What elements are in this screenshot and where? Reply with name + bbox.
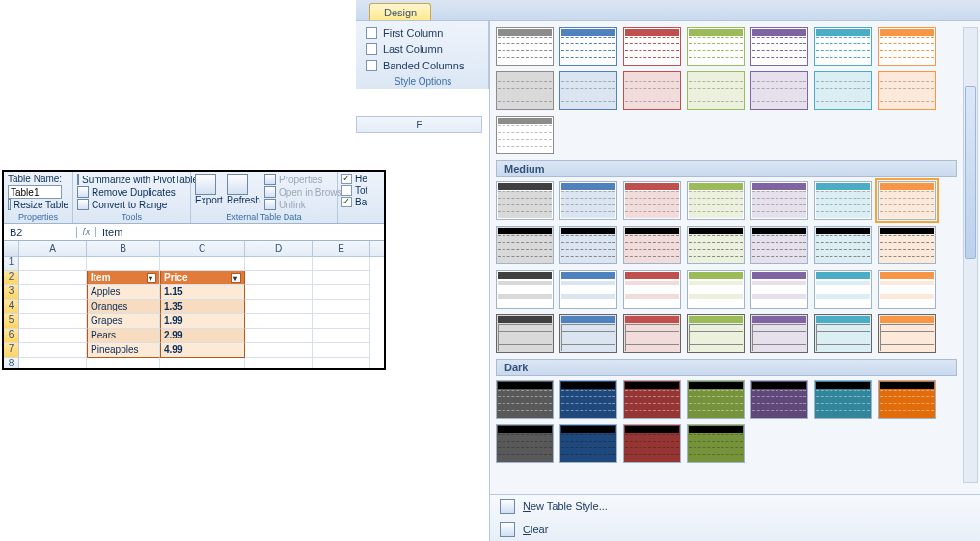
table-style-swatch[interactable] bbox=[878, 181, 936, 220]
cell[interactable] bbox=[313, 329, 370, 343]
table-style-swatch[interactable] bbox=[496, 116, 554, 154]
table-style-swatch[interactable] bbox=[814, 226, 872, 264]
cell[interactable] bbox=[313, 257, 370, 271]
header-row-checkbox[interactable] bbox=[341, 174, 352, 184]
table-style-swatch[interactable] bbox=[878, 71, 936, 110]
row-header[interactable]: 5 bbox=[4, 314, 19, 329]
table-style-swatch[interactable] bbox=[496, 270, 554, 309]
cell[interactable]: Pineapples bbox=[87, 343, 160, 358]
cell[interactable] bbox=[245, 329, 313, 343]
table-style-swatch[interactable] bbox=[623, 270, 681, 309]
table-style-swatch[interactable] bbox=[814, 380, 872, 419]
table-style-swatch[interactable] bbox=[878, 314, 936, 353]
name-box[interactable]: B2 bbox=[4, 227, 77, 238]
table-style-swatch[interactable] bbox=[623, 380, 681, 419]
cell[interactable] bbox=[313, 358, 370, 370]
cell[interactable] bbox=[19, 314, 87, 329]
resize-table-button[interactable]: Resize Table bbox=[14, 200, 68, 210]
table-style-swatch[interactable] bbox=[878, 226, 936, 264]
column-header[interactable]: B bbox=[87, 241, 160, 256]
table-style-swatch[interactable] bbox=[559, 380, 617, 419]
table-style-swatch[interactable] bbox=[559, 314, 617, 353]
banded-columns-checkbox[interactable] bbox=[366, 60, 377, 71]
cell[interactable] bbox=[87, 358, 160, 370]
table-style-swatch[interactable] bbox=[878, 380, 936, 419]
cell[interactable] bbox=[245, 358, 313, 370]
table-style-swatch[interactable] bbox=[559, 270, 617, 309]
cell[interactable] bbox=[245, 285, 313, 300]
table-style-swatch[interactable] bbox=[878, 27, 936, 66]
cell[interactable]: Price bbox=[160, 271, 245, 285]
gallery-scroll-thumb[interactable] bbox=[965, 86, 976, 259]
column-header[interactable]: A bbox=[19, 241, 87, 256]
new-table-style-button[interactable]: New Table Style... bbox=[490, 495, 980, 518]
table-style-swatch[interactable] bbox=[750, 27, 808, 66]
row-header[interactable]: 8 bbox=[4, 358, 19, 370]
table-style-swatch[interactable] bbox=[687, 314, 745, 353]
first-column-checkbox[interactable] bbox=[366, 27, 377, 39]
export-button[interactable]: Export bbox=[195, 195, 223, 205]
table-style-swatch[interactable] bbox=[687, 226, 745, 264]
cell[interactable]: 2.99 bbox=[160, 329, 245, 343]
table-style-swatch[interactable] bbox=[687, 270, 745, 309]
table-style-swatch[interactable] bbox=[687, 181, 745, 220]
filter-dropdown-icon[interactable] bbox=[231, 273, 241, 283]
cell[interactable]: Oranges bbox=[87, 300, 160, 314]
refresh-button[interactable]: Refresh bbox=[227, 195, 260, 205]
table-style-swatch[interactable] bbox=[559, 27, 617, 66]
cell[interactable]: Grapes bbox=[87, 314, 160, 329]
formula-value[interactable]: Item bbox=[96, 227, 128, 238]
table-style-swatch[interactable] bbox=[687, 424, 745, 463]
table-style-swatch[interactable] bbox=[814, 27, 872, 66]
cell[interactable] bbox=[313, 271, 370, 285]
summarize-pivot-button[interactable]: Summarize with PivotTable bbox=[82, 175, 198, 185]
table-style-swatch[interactable] bbox=[814, 181, 872, 220]
table-style-swatch[interactable] bbox=[559, 71, 617, 110]
table-style-swatch[interactable] bbox=[623, 71, 681, 110]
table-style-swatch[interactable] bbox=[814, 270, 872, 309]
table-style-swatch[interactable] bbox=[750, 270, 808, 309]
column-header[interactable]: D bbox=[245, 241, 313, 256]
row-header[interactable]: 4 bbox=[4, 300, 19, 314]
cell[interactable]: Item bbox=[87, 271, 160, 285]
cell[interactable]: 4.99 bbox=[160, 343, 245, 358]
cell[interactable] bbox=[19, 285, 87, 300]
remove-duplicates-button[interactable]: Remove Duplicates bbox=[92, 187, 176, 198]
table-style-swatch[interactable] bbox=[496, 226, 554, 264]
table-style-swatch[interactable] bbox=[559, 226, 617, 264]
cell[interactable] bbox=[160, 257, 245, 271]
column-header[interactable]: C bbox=[160, 241, 245, 256]
row-header[interactable]: 3 bbox=[4, 285, 19, 300]
table-style-swatch[interactable] bbox=[814, 71, 872, 110]
column-header-f[interactable]: F bbox=[356, 116, 482, 133]
cell[interactable] bbox=[19, 300, 87, 314]
cell[interactable] bbox=[19, 329, 87, 343]
table-style-swatch[interactable] bbox=[559, 181, 617, 220]
total-row-checkbox[interactable] bbox=[341, 185, 352, 196]
banded-rows-checkbox[interactable] bbox=[341, 197, 352, 207]
table-style-swatch[interactable] bbox=[496, 71, 554, 110]
table-style-swatch[interactable] bbox=[687, 380, 745, 419]
cell[interactable]: Apples bbox=[87, 285, 160, 300]
select-all-corner[interactable] bbox=[4, 241, 19, 256]
cell[interactable] bbox=[19, 257, 87, 271]
table-style-swatch[interactable] bbox=[623, 226, 681, 264]
cell[interactable] bbox=[313, 285, 370, 300]
cell[interactable] bbox=[245, 257, 313, 271]
cell[interactable] bbox=[245, 271, 313, 285]
clear-style-button[interactable]: Clear bbox=[490, 518, 980, 541]
cell[interactable] bbox=[87, 257, 160, 271]
table-style-swatch[interactable] bbox=[623, 424, 681, 463]
table-style-swatch[interactable] bbox=[687, 71, 745, 110]
last-column-checkbox[interactable] bbox=[366, 43, 377, 55]
cell[interactable] bbox=[245, 343, 313, 358]
row-header[interactable]: 1 bbox=[4, 257, 19, 271]
cell[interactable] bbox=[245, 314, 313, 329]
row-header[interactable]: 6 bbox=[4, 329, 19, 343]
table-style-swatch[interactable] bbox=[496, 314, 554, 353]
cell[interactable] bbox=[313, 314, 370, 329]
fx-icon[interactable]: fx bbox=[77, 227, 96, 237]
row-header[interactable]: 2 bbox=[4, 271, 19, 285]
table-style-swatch[interactable] bbox=[623, 27, 681, 66]
table-style-swatch[interactable] bbox=[750, 226, 808, 264]
